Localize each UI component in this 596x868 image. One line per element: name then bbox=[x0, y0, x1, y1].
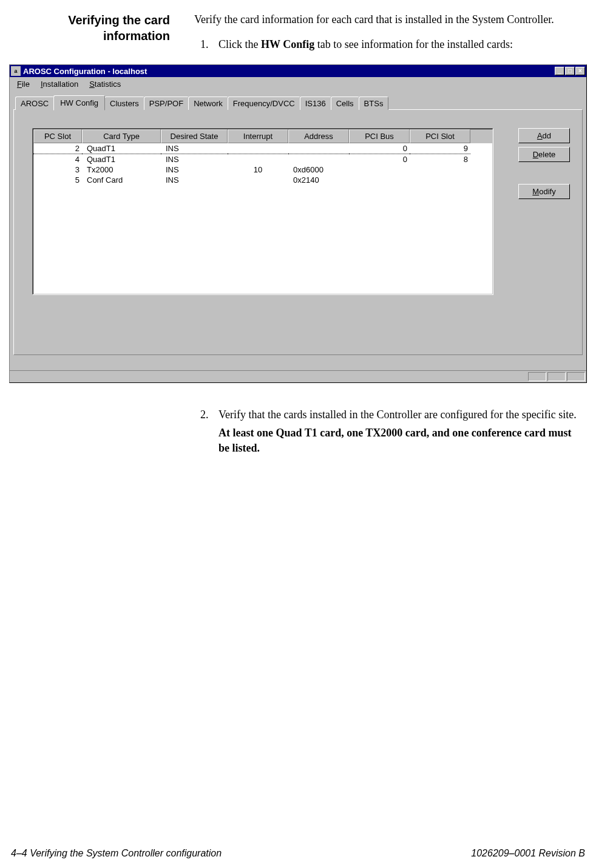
col-header-pcibus[interactable]: PCI Bus bbox=[349, 129, 410, 143]
table-row[interactable]: 5Conf CardINS0x2140 bbox=[33, 175, 492, 185]
section-title: Verifying the card information bbox=[24, 12, 194, 57]
cell-pcslot: 5 bbox=[33, 175, 82, 185]
footer-right: 1026209–0001 Revision B bbox=[471, 848, 585, 859]
tab-frequency[interactable]: Frequency/DVCC bbox=[228, 97, 300, 110]
cell-pcibus: 0 bbox=[349, 154, 410, 164]
status-panel bbox=[547, 372, 566, 381]
add-button[interactable]: Add bbox=[518, 128, 570, 143]
cell-pcslot: 3 bbox=[33, 164, 82, 175]
tab-psppof[interactable]: PSP/POF bbox=[144, 97, 189, 110]
cell-cardtype: Tx2000 bbox=[82, 164, 161, 175]
menu-file[interactable]: File bbox=[12, 78, 35, 90]
step-number: 1. bbox=[194, 37, 218, 52]
tab-cells[interactable]: Cells bbox=[331, 97, 359, 110]
col-header-pcislot[interactable]: PCI Slot bbox=[410, 129, 470, 143]
cell-address: 0x2140 bbox=[288, 175, 349, 185]
tab-hwconfig[interactable]: HW Config bbox=[53, 95, 105, 110]
cell-interrupt bbox=[228, 154, 288, 164]
card-listview[interactable]: PC Slot Card Type Desired State Interrup… bbox=[32, 128, 493, 295]
tab-network[interactable]: Network bbox=[188, 97, 228, 110]
cell-address bbox=[288, 154, 349, 164]
step-bold-note: At least one Quad T1 card, one TX2000 ca… bbox=[218, 426, 578, 456]
close-button[interactable]: × bbox=[575, 67, 585, 75]
cell-pcslot: 4 bbox=[33, 154, 82, 164]
cell-desired: INS bbox=[161, 154, 228, 164]
app-window: a AROSC Configuration - localhost _ □ × … bbox=[9, 64, 587, 383]
table-row[interactable]: 4QuadT1INS08 bbox=[33, 154, 492, 164]
app-icon: a bbox=[11, 66, 21, 76]
cell-pcibus: 0 bbox=[349, 143, 410, 154]
section-intro: Verify the card information for each car… bbox=[194, 12, 578, 27]
col-header-cardtype[interactable]: Card Type bbox=[82, 129, 161, 143]
cell-pcislot bbox=[410, 164, 470, 175]
statusbar bbox=[10, 370, 586, 382]
cell-pcislot: 8 bbox=[410, 154, 470, 164]
cell-interrupt bbox=[228, 143, 288, 154]
col-header-interrupt[interactable]: Interrupt bbox=[228, 129, 288, 143]
cell-cardtype: QuadT1 bbox=[82, 143, 161, 154]
tab-arosc[interactable]: AROSC bbox=[15, 97, 54, 110]
table-row[interactable]: 3Tx2000INS100xd6000 bbox=[33, 164, 492, 175]
menubar: File Installation Statistics bbox=[10, 77, 586, 91]
cell-interrupt bbox=[228, 175, 288, 185]
cell-address: 0xd6000 bbox=[288, 164, 349, 175]
delete-button[interactable]: Delete bbox=[518, 147, 570, 162]
col-header-pcslot[interactable]: PC Slot bbox=[33, 129, 82, 143]
minimize-button[interactable]: _ bbox=[555, 67, 564, 75]
cell-address bbox=[288, 143, 349, 154]
cell-desired: INS bbox=[161, 143, 228, 154]
titlebar[interactable]: a AROSC Configuration - localhost _ □ × bbox=[10, 65, 586, 77]
step-text: Verify that the cards installed in the C… bbox=[218, 407, 578, 422]
maximize-button[interactable]: □ bbox=[565, 67, 575, 75]
tab-clusters[interactable]: Clusters bbox=[104, 97, 144, 110]
footer-left: 4–4 Verifying the System Controller conf… bbox=[11, 848, 222, 859]
cell-desired: INS bbox=[161, 164, 228, 175]
cell-pcibus bbox=[349, 175, 410, 185]
cell-pcibus bbox=[349, 164, 410, 175]
cell-interrupt: 10 bbox=[228, 164, 288, 175]
step-number: 2. bbox=[194, 407, 218, 422]
tab-strip: AROSC HW Config Clusters PSP/POF Network… bbox=[15, 95, 583, 109]
col-header-desired[interactable]: Desired State bbox=[161, 129, 228, 143]
cell-pcslot: 2 bbox=[33, 143, 82, 154]
cell-cardtype: Conf Card bbox=[82, 175, 161, 185]
menu-installation[interactable]: Installation bbox=[36, 78, 83, 90]
status-panel bbox=[567, 372, 585, 381]
cell-desired: INS bbox=[161, 175, 228, 185]
status-panel bbox=[528, 372, 546, 381]
col-header-address[interactable]: Address bbox=[288, 129, 349, 143]
cell-pcislot bbox=[410, 175, 470, 185]
tab-btss[interactable]: BTSs bbox=[359, 97, 389, 110]
tab-is136[interactable]: IS136 bbox=[300, 97, 331, 110]
menu-statistics[interactable]: Statistics bbox=[84, 78, 126, 90]
cell-cardtype: QuadT1 bbox=[82, 154, 161, 164]
table-row[interactable]: 2QuadT1INS09 bbox=[33, 143, 492, 154]
cell-pcislot: 9 bbox=[410, 143, 470, 154]
window-title: AROSC Configuration - localhost bbox=[23, 67, 555, 76]
modify-button[interactable]: Modify bbox=[518, 184, 570, 199]
step-text: Click the HW Config tab to see informati… bbox=[218, 37, 578, 52]
